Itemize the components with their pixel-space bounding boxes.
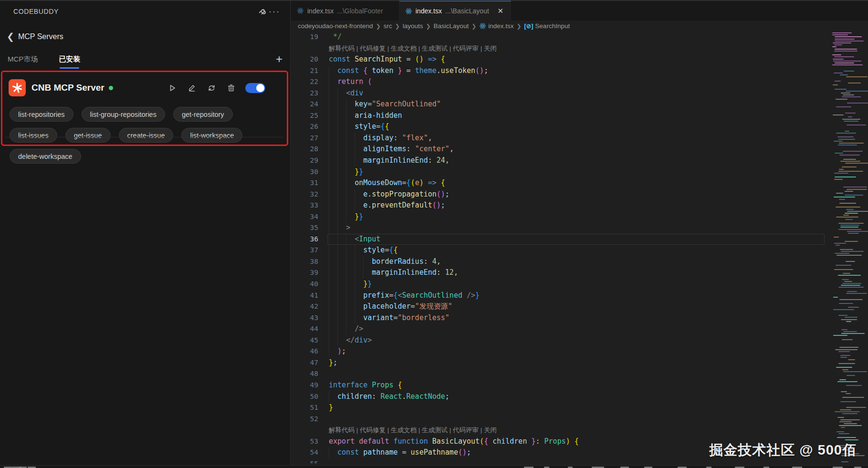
run-server-button[interactable] — [167, 83, 178, 93]
breadcrumb-separator: ❯ — [471, 23, 476, 30]
code-line-28: 28 alignItems: "center", — [291, 144, 868, 155]
mcp-server-card[interactable]: CNB MCP Server — [3, 73, 286, 144]
line-number: 35 — [291, 222, 318, 234]
tool-chip-list-workspace[interactable]: list-workspace — [181, 128, 242, 143]
code-editor[interactable]: 19 */解释代码 | 代码修复 | 生成文档 | 生成测试 | 代码评审 | … — [291, 31, 868, 463]
breadcrumb-separator: ❯ — [395, 23, 400, 30]
breadcrumb-item-codeyoudao-next-frontend[interactable]: codeyoudao-next-frontend — [298, 22, 373, 30]
back-label: MCP Servers — [18, 32, 63, 41]
line-number: 23 — [291, 88, 318, 99]
line-number: 37 — [291, 245, 318, 256]
codelens-row[interactable]: 解释代码 | 代码修复 | 生成文档 | 生成测试 | 代码评审 | 关闭 — [291, 425, 868, 436]
close-icon[interactable]: ✕ — [496, 7, 505, 15]
watermark: 掘金技术社区 @ 500佰 — [709, 441, 857, 460]
tool-chip-list-group-repositories[interactable]: list-group-repositories — [82, 107, 165, 122]
line-number: 45 — [291, 335, 318, 346]
breadcrumb-separator: ❯ — [376, 23, 381, 30]
tab-mcp-market[interactable]: MCP市场 — [8, 55, 38, 68]
code-line-36: 36 <Input — [291, 234, 868, 245]
tool-chip-list-repositories[interactable]: list-repositories — [10, 107, 73, 122]
breadcrumb-item-src[interactable]: src — [384, 22, 392, 30]
enable-toggle[interactable] — [245, 83, 265, 93]
code-line-40: 40 }} — [291, 279, 868, 290]
react-icon — [479, 22, 486, 30]
editor-region: index.tsx...\GlobalFooter index.tsx...\B… — [291, 1, 868, 466]
code-line-27: 27 display: "flex", — [291, 133, 868, 144]
line-number: 40 — [291, 279, 318, 290]
editor-tab-1[interactable]: index.tsx...\GlobalFooter — [291, 1, 399, 21]
minimap[interactable] — [826, 31, 868, 463]
tool-chip-create-issue[interactable]: create-issue — [119, 128, 174, 143]
breadcrumb-item-BasicLayout[interactable]: BasicLayout — [434, 22, 469, 30]
tool-chip-get-issue[interactable]: get-issue — [65, 128, 111, 143]
breadcrumb-item-layouts[interactable]: layouts — [403, 22, 423, 30]
line-number: 47 — [291, 357, 318, 369]
tab-installed[interactable]: 已安装 — [59, 55, 80, 68]
add-server-button[interactable]: + — [276, 53, 282, 65]
line-number: 31 — [291, 177, 318, 189]
code-line-34: 34 }} — [291, 211, 868, 223]
edit-server-button[interactable] — [187, 83, 197, 93]
tab-file-name: index.tsx — [416, 7, 442, 15]
line-number: 50 — [291, 391, 318, 403]
line-number: 30 — [291, 166, 318, 178]
status-bar — [0, 465, 868, 468]
line-number: 19 — [291, 31, 318, 43]
editor-tabbar: index.tsx...\GlobalFooter index.tsx...\B… — [291, 1, 868, 21]
code-line-52: 52 — [291, 414, 868, 425]
code-line-26: 26 style={{ — [291, 121, 868, 133]
line-number: 36 — [291, 234, 318, 245]
refresh-server-button[interactable] — [206, 83, 217, 93]
code-line-35: 35 > — [291, 222, 868, 234]
code-line-38: 38 borderRadius: 4, — [291, 256, 868, 268]
card-divider — [5, 137, 283, 137]
tool-chip-delete-workspace[interactable]: delete-workspace — [10, 149, 81, 164]
codelens-row[interactable]: 解释代码 | 代码修复 | 生成文档 | 生成测试 | 代码评审 | 关闭 — [291, 43, 868, 54]
line-number: 21 — [291, 65, 318, 77]
code-line-21: 21 const { token } = theme.useToken(); — [291, 65, 868, 77]
tool-chip-list-issues[interactable]: list-issues — [10, 128, 57, 143]
tab-file-path: ...\GlobalFooter — [337, 7, 383, 15]
line-number: 46 — [291, 346, 318, 357]
code-line-37: 37 style={{ — [291, 245, 868, 256]
code-line-45: 45 </div> — [291, 335, 868, 346]
current-line-highlight — [327, 234, 825, 245]
code-line-44: 44 /> — [291, 323, 868, 335]
code-line-48: 48 — [291, 368, 868, 380]
line-number: 26 — [291, 121, 318, 133]
react-icon — [297, 7, 304, 14]
code-line-50: 50 children: React.ReactNode; — [291, 391, 868, 403]
line-number: 27 — [291, 133, 318, 144]
delete-server-button[interactable] — [226, 83, 236, 93]
sidebar-tabs: MCP市场 已安装 + — [0, 52, 290, 71]
tool-chip-list: list-repositorieslist-group-repositories… — [9, 107, 281, 164]
breadcrumb-item-index.tsx[interactable]: index.tsx — [479, 22, 513, 30]
breadcrumb-separator: ❯ — [426, 23, 431, 30]
editor-tab-2[interactable]: index.tsx...\BasicLayout✕ — [399, 1, 511, 21]
line-number: 38 — [291, 256, 318, 268]
back-chevron-icon: ❮ — [7, 32, 14, 41]
tool-chip-get-repository[interactable]: get-repository — [173, 107, 233, 122]
line-number: 41 — [291, 290, 318, 302]
line-number: 44 — [291, 323, 318, 335]
code-line-32: 32 e.stopPropagation(); — [291, 189, 868, 200]
mcp-logo-icon[interactable] — [256, 5, 268, 18]
code-line-51: 51} — [291, 402, 868, 414]
code-line-42: 42 placeholder="发现资源" — [291, 301, 868, 312]
code-line-22: 22 return ( — [291, 76, 868, 88]
sidebar: CODEBUDDY ··· ❮ MCP Servers MCP市场 已安装 + — [0, 1, 291, 466]
more-actions-icon[interactable]: ··· — [268, 5, 281, 18]
server-status-dot — [109, 86, 113, 90]
code-line-33: 33 e.preventDefault(); — [291, 200, 868, 211]
code-line-41: 41 prefix={<SearchOutlined />} — [291, 290, 868, 302]
back-to-mcp-servers[interactable]: ❮ MCP Servers — [0, 29, 290, 45]
line-number: 20 — [291, 54, 318, 65]
breadcrumb-item-SearchInput[interactable]: [⊘]SearchInput — [524, 22, 570, 30]
code-line-19: 19 */ — [291, 31, 868, 43]
line-number: 49 — [291, 380, 318, 391]
sidebar-titlebar: CODEBUDDY ··· — [0, 1, 290, 22]
code-line-29: 29 marginInlineEnd: 24, — [291, 155, 868, 166]
line-number: 51 — [291, 402, 318, 414]
line-number: 22 — [291, 76, 318, 88]
tab-file-name: index.tsx — [307, 7, 334, 15]
